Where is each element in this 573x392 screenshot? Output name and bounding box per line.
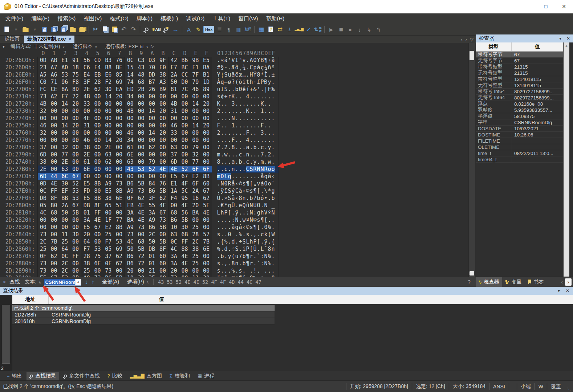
edit-mode-select[interactable]: 十六进制(H) <box>34 43 60 50</box>
ascii-char[interactable]: . <box>235 202 239 209</box>
ascii-char[interactable]: . <box>220 246 224 252</box>
ascii-char[interactable]: u <box>228 72 231 78</box>
ascii-char[interactable]: . <box>249 159 253 165</box>
hex-byte[interactable]: FF <box>70 253 81 260</box>
hex-byte[interactable]: CE <box>49 86 60 93</box>
hex-byte[interactable]: 73 <box>38 268 49 274</box>
ascii-char[interactable]: . <box>268 268 271 274</box>
ascii-char[interactable]: k <box>264 231 268 238</box>
hex-byte[interactable]: 2A <box>168 72 179 78</box>
ascii-char[interactable]: . <box>228 151 231 158</box>
ascii-char[interactable]: a <box>231 159 235 165</box>
hex-byte[interactable]: B1 <box>201 72 212 78</box>
hex-byte[interactable]: DD <box>147 72 158 78</box>
ascii-char[interactable]: . <box>220 151 224 158</box>
hex-byte[interactable]: 4E <box>201 209 212 216</box>
hex-byte[interactable]: 05 <box>103 246 114 252</box>
ascii-char[interactable]: © <box>246 224 249 230</box>
ascii-char[interactable] <box>257 108 260 114</box>
hex-byte[interactable]: 00 <box>147 93 158 100</box>
hex-byte[interactable]: 7F <box>190 72 201 78</box>
ascii-char[interactable]: ê <box>242 86 246 93</box>
find-in-files-icon[interactable] <box>162 25 170 34</box>
hex-byte[interactable]: 00 <box>70 108 81 114</box>
ascii-char[interactable]: . <box>246 115 249 122</box>
hex-byte[interactable]: 9F <box>157 57 168 64</box>
ascii-char[interactable]: : <box>260 253 264 260</box>
hex-byte[interactable]: 61 <box>81 159 92 165</box>
ascii-char[interactable]: P <box>253 238 257 245</box>
ascii-char[interactable]: Æ <box>231 64 235 71</box>
ascii-char[interactable]: Î <box>220 86 224 93</box>
ascii-char[interactable]: º <box>268 209 271 216</box>
bottom-tab-compare[interactable]: ?比较 <box>104 372 126 380</box>
ascii-column[interactable]: m.w...c.n...7.2. <box>217 151 279 158</box>
inspector-row[interactable]: 双精度5.93593833557... <box>476 107 563 113</box>
hex-byte[interactable]: EB <box>92 72 103 78</box>
ascii-char[interactable]: ! <box>253 268 257 274</box>
ascii-char[interactable]: b <box>239 159 242 165</box>
hex-byte[interactable]: 32 <box>38 130 49 136</box>
ascii-char[interactable]: 8 <box>257 72 260 78</box>
hex-byte[interactable]: 50 <box>125 246 136 252</box>
hex-byte[interactable]: 14 <box>190 122 201 129</box>
hex-byte[interactable]: B6 <box>125 253 136 260</box>
hex-byte[interactable]: 00 <box>49 268 60 274</box>
hex-byte[interactable]: CD <box>92 57 103 64</box>
ascii-char[interactable]: . <box>220 268 224 274</box>
hex-byte[interactable]: 00 <box>114 159 125 165</box>
ascii-char[interactable]: . <box>253 122 257 129</box>
ascii-column[interactable]: %.d.÷S.iP[Û.Lˆ8n <box>217 245 279 253</box>
hex-byte[interactable]: 30 <box>60 180 70 187</box>
search-input[interactable]: CSRNNRoomD ∧ <box>44 279 81 286</box>
hex-byte[interactable]: 00 <box>201 268 212 274</box>
ascii-char[interactable] <box>271 122 275 129</box>
hex-byte[interactable]: 37 <box>103 253 114 260</box>
ascii-char[interactable]: g <box>257 209 260 216</box>
menu-item-窗口(W)[interactable]: 窗口(W) <box>234 14 262 24</box>
hex-byte[interactable]: 5B <box>70 209 81 216</box>
hex-byte[interactable]: 3F <box>147 195 158 201</box>
ascii-char[interactable]: . <box>249 101 253 107</box>
chevron-up-icon[interactable]: ∧ <box>38 280 41 284</box>
hex-byte[interactable]: 00 <box>179 122 190 129</box>
hex-byte[interactable]: 00 <box>70 166 81 172</box>
ascii-char[interactable]: . <box>224 224 228 230</box>
hex-byte[interactable]: 00 <box>179 115 190 122</box>
hex-byte[interactable]: 00 <box>92 115 103 122</box>
new-file-icon[interactable] <box>2 25 11 34</box>
ascii-char[interactable]: . <box>264 137 268 143</box>
ascii-char[interactable]: ¶ <box>260 217 264 223</box>
hex-byte[interactable]: 00 <box>201 224 212 230</box>
hex-byte[interactable]: 00 <box>190 268 201 274</box>
open-file-icon[interactable] <box>21 25 30 34</box>
ascii-char[interactable]: y <box>253 159 257 165</box>
hex-byte[interactable]: F8 <box>70 79 81 85</box>
hex-byte[interactable]: A9 <box>125 224 136 230</box>
ascii-char[interactable]: [ <box>264 217 268 223</box>
ascii-column[interactable]: 2.......F.. 3... <box>217 129 279 136</box>
ascii-char[interactable]: . <box>235 137 239 143</box>
hex-byte[interactable]: 14 <box>190 101 201 107</box>
ascii-char[interactable]: b <box>242 260 246 267</box>
hex-byte[interactable]: E5 <box>81 195 92 201</box>
ascii-char[interactable]: g <box>271 188 275 194</box>
ascii-char[interactable]: Û <box>231 202 235 209</box>
hex-row[interactable]: 2D:26F0h:C07196F83F28F2697468B7A350D0791… <box>0 78 468 86</box>
ascii-char[interactable]: Ó <box>253 57 257 64</box>
ascii-char[interactable]: . <box>249 137 253 143</box>
hex-row[interactable]: 2D:2760h:3200000000000000460014203300000… <box>0 129 468 136</box>
ascii-char[interactable]: . <box>235 151 239 158</box>
hex-byte[interactable]: 4B <box>38 101 49 107</box>
hex-byte[interactable]: 2C <box>38 238 49 245</box>
hex-byte[interactable]: 67 <box>157 209 168 216</box>
ascii-char[interactable]: . <box>253 253 257 260</box>
hex-byte[interactable]: EF <box>60 188 70 194</box>
ascii-char[interactable]: o <box>268 166 271 172</box>
hex-byte[interactable]: 00 <box>92 151 103 158</box>
hex-byte[interactable]: 30 <box>179 224 190 230</box>
hex-byte[interactable]: 73 <box>103 268 114 274</box>
hex-byte[interactable]: 68 <box>136 238 147 245</box>
hex-byte[interactable]: BA <box>201 64 212 71</box>
ascii-char[interactable]: g <box>264 173 268 180</box>
